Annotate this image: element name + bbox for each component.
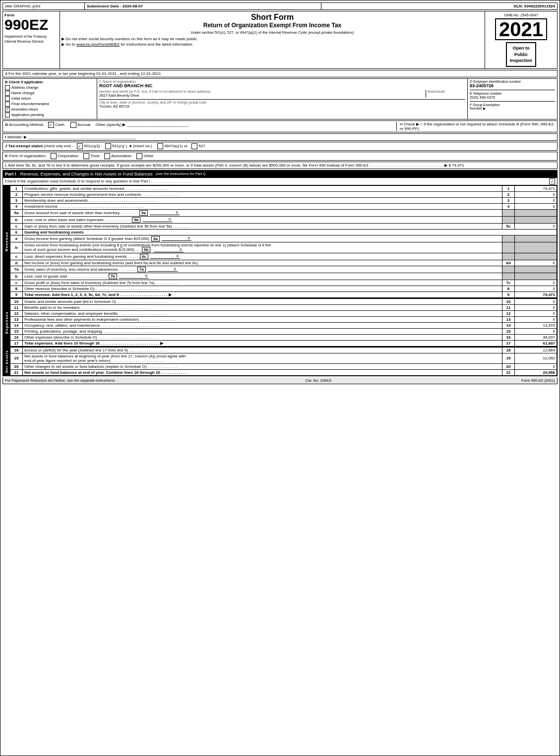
table-row: 20 Other changes in net assets or fund b… [10,363,557,369]
cb-amended-return-box[interactable] [5,107,10,112]
notice1: ▶ Do not enter social security numbers o… [62,37,483,41]
cb-name-change-label: Name change [11,91,35,95]
table-row: 15 Printing, publications, postage, and … [10,328,557,334]
expenses-side-label: Expenses [4,311,9,334]
section-b-label: B Check if applicable: [5,80,95,84]
cb-application-pending[interactable]: Application pending [5,113,95,117]
accrual-label: Accrual [77,122,91,127]
section-f-label: F Group ExemptionNumber ▶ [470,103,555,111]
other-label: Other (specify) ▶ ______________________… [96,122,188,127]
cb-initial-return[interactable]: Initial return [5,96,95,101]
cb-527[interactable] [191,143,197,149]
table-row: 8 Other revenue (describe in Schedule O)… [10,286,557,291]
cb-name-change[interactable]: Name change [5,91,95,96]
room-label: Room/suite [428,90,465,93]
submission-date: Submission Date - 2024-08-07 [85,3,321,9]
cb-501c3[interactable]: ✓ [77,143,83,149]
footer-cat: Cat. No. 10642I [306,378,332,383]
cb-assoc[interactable] [104,153,110,159]
cb-final-return-label: Final return/terminated [11,102,49,106]
table-row: c Less: direct expenses from gaming and … [10,253,557,260]
section-j: J Tax-exempt status (check only one) - ✓… [2,142,558,151]
cb-trust[interactable] [83,153,89,159]
cb-initial-return-box[interactable] [5,96,10,101]
table-row: d Net income or (loss) from gaming and f… [10,260,557,266]
table-row: 9 Total revenue. Add lines 1, 2, 3, 4, 5… [10,291,557,297]
footer: For Paperwork Reduction Act Notice, see … [2,377,558,384]
year-badge: 2021 [495,18,547,40]
table-row: 11 Benefits paid to or for members . . .… [10,304,557,310]
form-subtitle: Under section 501(c), 527, or 4947(a)(1)… [62,30,483,35]
net-assets-side-label: Net Assets [5,350,8,373]
cb-application-pending-box[interactable] [5,113,10,117]
form-number: 990EZ [4,17,58,32]
table-row: a Gross income from gaming (attach Sched… [10,235,557,242]
table-row: 1 Contributions, gifts, grants, and simi… [10,185,557,191]
table-row: 16 Other expenses (describe in Schedule … [10,334,557,340]
org-ein: 83-2405726 [470,83,555,88]
section-c-label: C Name of organization [99,80,465,83]
table-row: 17 Total expenses. Add lines 10 through … [10,340,557,346]
cb-initial-return-label: Initial return [11,96,31,101]
cb-schedule-o[interactable]: ✓ [549,178,555,184]
table-row: b Less: cost or other basis and sales ex… [10,216,557,223]
org-address: 2627 East Beverly Drive [99,93,424,98]
table-row: 6 Gaming and fundraising events [10,229,557,235]
table-row: 19 Net assets or fund balances at beginn… [10,353,557,363]
cb-address-change-box[interactable] [5,85,10,90]
table-row: b Gross income from fundraising events (… [10,242,557,253]
table-row: 14 Occupancy, rent, utilities, and maint… [10,322,557,328]
cash-label: Cash [55,122,64,127]
section-e-label: E Telephone number [470,92,555,95]
address-label: Number and street (or P.O. box, if mail … [99,90,424,93]
part1-title: Part I [5,172,16,176]
cb-final-return[interactable]: Final return/terminated [5,102,95,107]
cb-address-change[interactable]: Address change [5,85,95,90]
part1-header: Part I Revenue, Expenses, and Changes in… [2,170,558,178]
cb-application-pending-label: Application pending [11,113,44,117]
table-row: c Gain or (loss) from sale of assets oth… [10,223,557,229]
omb-number: OMB No. 1545-0047 [504,13,538,17]
table-row: 12 Salaries, other compensation, and emp… [10,310,557,316]
org-name: ROOT AND BRANCH INC [99,83,465,88]
table-row: 3 Membership dues and assessments . . . … [10,197,557,203]
cb-other[interactable] [136,153,142,159]
section-i: I Website: ▶ ___________________________… [2,133,558,141]
table-row: 18 Excess or (deficit) for the year (Sub… [10,347,557,353]
table-row: 4 Investment income . . . . . . . . . . … [10,203,557,209]
open-badge: Open toPublicInspection [506,42,536,67]
table-row: 10 Grants and similar amounts paid (list… [10,298,557,304]
cb-501c[interactable] [105,143,111,149]
cb-address-change-label: Address change [11,85,38,90]
org-city: Tucson, AZ 85716 [99,104,465,109]
section-k: K Form of organization: Corporation Trus… [2,152,558,161]
cb-final-return-box[interactable] [5,102,10,107]
footer-form-ref: Form 990-EZ (2021) [521,378,555,383]
cb-4947[interactable] [157,143,163,149]
org-phone: (520) 390-0379 [470,95,555,100]
table-row: 13 Professional fees and other payments … [10,316,557,322]
cb-amended-return[interactable]: Amended return [5,107,95,112]
table-row: b Less: cost of goods sold . . . . . . .… [10,273,557,280]
city-label: City or town, state or province, country… [99,101,465,104]
dept-text: Department of the Treasury Internal Reve… [4,34,58,44]
cb-amended-return-label: Amended return [11,107,38,112]
section-h: H Check ▶ ○ if the organization is not r… [396,122,555,131]
section-g: G Accounting Method: ✓ Cash Accrual Othe… [5,122,396,131]
table-row: c Gross profit or (loss) from sales of i… [10,280,557,286]
cb-accrual[interactable] [70,122,76,128]
form-title1: Short Form [62,13,483,22]
table-row: 21 Net assets or fund balances at end of… [10,369,557,375]
part1-heading: Revenue, Expenses, and Changes in Net As… [20,172,153,176]
notice2: ▶ Go to www.irs.gov/Form990EZ for instru… [62,42,483,47]
table-row: 2 Program service revenue including gove… [10,191,557,197]
cb-corp[interactable] [51,153,57,159]
revenue-side-label: Revenue [4,232,9,251]
cb-cash[interactable]: ✓ [48,122,54,128]
section-l: L Add lines 5b, 6c, and 7b to line 9 to … [2,162,558,169]
table-row: 5a Gross amount from sale of assets othe… [10,209,557,216]
page: efile GRAPHIC print Submission Date - 20… [0,0,560,756]
cb-name-change-box[interactable] [5,91,10,96]
section-a-text: A For the 2021 calendar year, or tax yea… [5,71,161,76]
efile-label: efile GRAPHIC print [3,3,85,9]
